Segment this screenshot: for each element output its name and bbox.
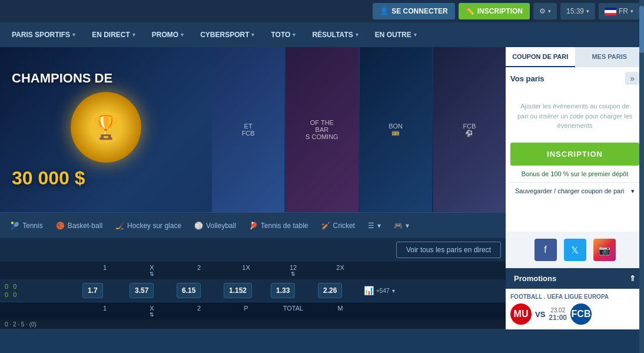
odds-header2-x: X ⇅ [128,305,175,318]
time-display: 15:39 ▾ [560,3,595,19]
coupon-tabs: COUPON DE PARI MES PARIS [506,47,644,67]
view-all-live-button[interactable]: Voir tous les paris en direct [396,242,501,258]
nav-resultats[interactable]: RÉSULTATS ▾ [305,22,365,47]
vs-text: VS [535,310,545,319]
sport-tab-gamepad[interactable]: 🎮 ▾ [388,213,415,239]
nav-en-direct[interactable]: EN DIRECT ▾ [85,22,142,47]
game-chevron-icon: ▾ [406,222,409,230]
content-area: CHAMPIONS DE 🏆 30 000 $ ETFCB OF THEBARS… [0,47,506,329]
odd-button-1[interactable]: 1.7 [82,283,103,298]
odd-button-1x[interactable]: 1.152 [224,283,252,298]
odds-row2: 0 · 2 · 5 · (0) [0,320,506,329]
promotions-body: FOOTBALL . UEFA LIGUE EUROPA MU VS 23.02… [506,289,644,329]
odd-cell-2: 6.15 [175,282,223,299]
gamepad-icon: 🎮 [394,222,403,230]
stats-cell: 📊 +547 ▾ [364,286,411,295]
tab-coupon-de-pari[interactable]: COUPON DE PARI [506,47,575,67]
scrollbar[interactable] [639,0,644,329]
odds-header-1: 1 [81,264,128,277]
coupon-inscription-button[interactable]: INSCRIPTION [510,143,639,166]
language-selector[interactable]: FR ▾ [599,3,639,19]
promotions-header: Promotions ⇑ [506,268,644,289]
expand-coupon-button[interactable]: » [625,72,639,85]
instagram-icon: 📷 [599,245,610,256]
odds-header-2x: 2X [317,264,364,277]
promo-collapse-icon[interactable]: ⇑ [629,274,636,283]
hero-banner: CHAMPIONS DE 🏆 30 000 $ ETFCB OF THEBARS… [0,47,506,212]
sport-tab-tennis[interactable]: 🎾 Tennis [5,213,49,239]
nav-chevron-icon: ▾ [251,32,254,38]
list-icon: ☰ [368,222,374,230]
hero-slide-3[interactable]: BON🎫 [360,47,432,212]
odds-header-1x: 1X [223,264,270,277]
save-chevron-icon: ▾ [631,187,635,195]
sport-tab-basketball[interactable]: 🏀 Basket-ball [50,213,108,239]
odd-button-2[interactable]: 6.15 [177,283,201,298]
odds-header2-extra [364,305,411,318]
chart-icon: 📊 [364,286,374,295]
hero-slide-4[interactable]: FCB⚽ [433,47,506,212]
team-cell: 0 0 0 0 [5,283,81,298]
sport-tab-volleyball[interactable]: 🏐 Volleyball [188,213,242,239]
right-panel: COUPON DE PARI MES PARIS Vos paris » Ajo… [506,47,644,329]
odd-cell-1: 1.7 [81,282,128,299]
hero-slide-2[interactable]: OF THEBARS COMING [286,47,358,212]
time-chevron-icon: ▾ [586,8,589,14]
slide-text-2: OF THEBARS COMING [303,117,341,143]
promo-match: MU VS 23.02 21:00 FCB [510,303,639,325]
cricket-icon: 🏏 [321,222,330,230]
sport-tab-hockey[interactable]: 🏒 Hockey sur glace [109,213,187,239]
live-btn-row: Voir tous les paris en direct [0,238,506,262]
hero-amount: 30 000 $ [12,167,200,189]
odds-header2-2: 2 [175,305,223,318]
team-scores-row1: 0 0 [5,283,81,290]
nav-cybersport[interactable]: CYBERSPORT ▾ [193,22,261,47]
nav-paris-sportifs[interactable]: PARIS SPORTIFS ▾ [5,22,82,47]
inscription-button[interactable]: ✏️ INSCRIPTION [459,3,530,19]
odds-header-2: 2 [175,264,223,277]
odds-row: 0 0 0 0 1.7 3.57 6.15 [0,279,506,302]
gear-icon: ⚙ [539,7,546,15]
promotions-section: Promotions ⇑ FOOTBALL . UEFA LIGUE EUROP… [506,268,644,329]
tab-mes-paris[interactable]: MES PARIS [575,47,645,67]
hero-left: CHAMPIONS DE 🏆 30 000 $ [0,47,212,212]
main-layout: CHAMPIONS DE 🏆 30 000 $ ETFCB OF THEBARS… [0,47,644,329]
odds-header2-total: TOTAL [270,305,317,318]
odd-button-2x[interactable]: 2.26 [318,283,342,298]
odd-button-12[interactable]: 1.33 [271,283,295,298]
sport-tab-more[interactable]: ☰ ▾ [362,213,387,239]
odds-header2-team [5,305,81,318]
match-date: 23.02 21:00 [549,307,567,322]
odds-header2-p: P [223,305,270,318]
save-coupon-row[interactable]: Sauvegarder / charger coupon de pari ▾ [510,182,639,200]
nav-toto[interactable]: TOTO ▾ [264,22,303,47]
nav-chevron-icon: ▾ [72,32,75,38]
twitter-button[interactable]: 𝕏 [564,239,586,261]
instagram-button[interactable]: 📷 [593,239,616,261]
expand-icon[interactable]: ▾ [392,288,395,294]
lang-chevron-icon: ▾ [630,8,633,14]
sport-tab-tabletennis[interactable]: 🏓 Tennis de table [243,213,314,239]
sport-tab-cricket[interactable]: 🏏 Cricket [316,213,361,239]
gear-chevron-icon: ▾ [548,8,551,14]
odds-row2-team: 0 · 2 · 5 · (0) [5,321,81,328]
nav-en-outre[interactable]: EN OUTRE ▾ [368,22,424,47]
social-row: f 𝕏 📷 [506,232,644,268]
settings-button[interactable]: ⚙ ▾ [533,3,557,19]
facebook-button[interactable]: f [535,239,557,261]
connect-button[interactable]: 👤 SE CONNECTER [373,3,454,19]
scrollbar-thumb[interactable] [639,6,644,53]
nav-chevron-icon: ▾ [132,32,135,38]
hero-slide-1[interactable]: ETFCB [212,47,284,212]
more-chevron-icon: ▾ [377,222,381,230]
tennis-icon: 🎾 [11,222,19,230]
nav-chevron-icon: ▾ [293,32,296,38]
sort-icon: ⇅ [150,271,154,277]
odd-cell-12: 1.33 [270,282,317,299]
nav-promo[interactable]: PROMO ▾ [145,22,191,47]
sort2-icon: ⇅ [150,312,154,318]
nav-chevron-icon: ▾ [356,32,358,38]
sort-icon-2: ⇅ [291,271,296,277]
odd-button-x[interactable]: 3.57 [130,283,154,298]
coupon-placeholder: Ajouter les événements au coupon de pari… [510,90,639,143]
